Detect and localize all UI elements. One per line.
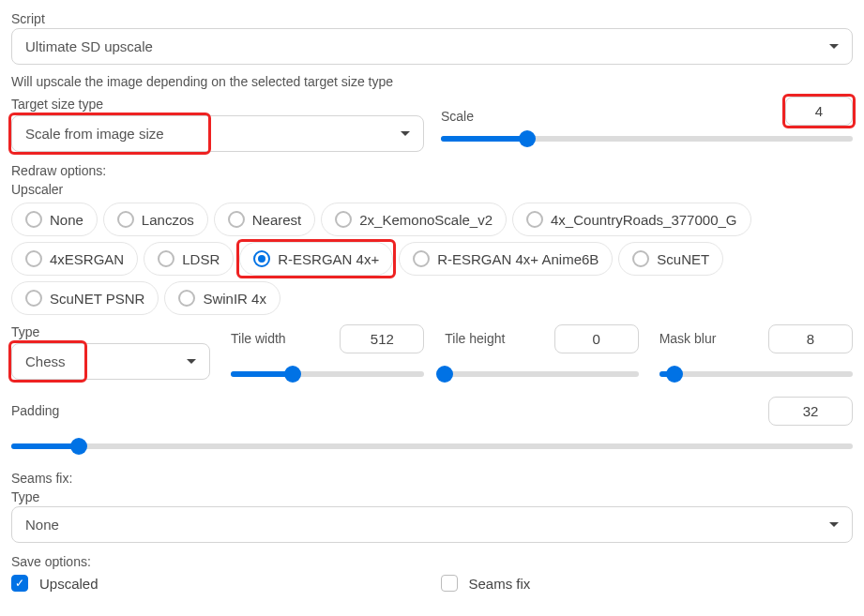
padding-label: Padding <box>11 403 59 418</box>
upscaler-option-label: R-ESRGAN 4x+ Anime6B <box>437 251 599 267</box>
upscaler-option-label: 4x_CountryRoads_377000_G <box>551 212 736 228</box>
radio-icon <box>632 250 649 267</box>
upscaler-radio-group: NoneLanczosNearest2x_KemonoScale_v24x_Co… <box>11 203 853 315</box>
upscaler-option-label: ScuNET <box>657 251 709 267</box>
tile-height-slider[interactable] <box>445 371 638 377</box>
upscaler-option-label: Lanczos <box>142 212 194 228</box>
upscaler-option[interactable]: Nearest <box>214 203 316 236</box>
upscaler-option[interactable]: R-ESRGAN 4x+ <box>239 242 393 276</box>
check-icon: ✓ <box>11 575 28 592</box>
radio-icon <box>25 290 42 307</box>
target-type-select[interactable]: Scale from image size <box>11 115 424 152</box>
upscaler-option[interactable]: ScuNET PSNR <box>11 281 159 315</box>
upscaler-option-label: SwinIR 4x <box>203 291 266 307</box>
save-options-label: Save options: <box>11 554 853 569</box>
upscaler-option[interactable]: Lanczos <box>103 203 208 236</box>
redraw-options-label: Redraw options: <box>11 163 853 178</box>
radio-icon <box>335 211 352 228</box>
seams-fix-label: Seams fix: <box>11 471 853 486</box>
tile-height-label: Tile height <box>445 331 505 346</box>
seams-fix-checkbox[interactable]: Seams fix <box>441 575 531 592</box>
radio-icon <box>25 211 42 228</box>
chevron-down-icon <box>829 44 839 49</box>
check-icon <box>441 575 458 592</box>
upscaler-option[interactable]: 4x_CountryRoads_377000_G <box>512 203 750 236</box>
padding-input[interactable] <box>768 397 853 426</box>
radio-icon <box>25 250 42 267</box>
upscaler-label: Upscaler <box>11 182 853 197</box>
type-label: Type <box>11 324 210 339</box>
tile-width-label: Tile width <box>231 331 286 346</box>
seams-type-value: None <box>25 517 59 533</box>
chevron-down-icon <box>829 522 839 527</box>
type-value: Chess <box>25 353 66 369</box>
upscaler-option-label: LDSR <box>182 251 220 267</box>
upscaled-checkbox-label: Upscaled <box>39 576 99 592</box>
upscaler-option[interactable]: None <box>11 203 98 236</box>
type-select[interactable]: Chess <box>11 343 210 380</box>
target-type-value: Scale from image size <box>25 126 164 142</box>
scale-input[interactable] <box>785 97 853 126</box>
upscaler-option[interactable]: SwinIR 4x <box>164 281 280 315</box>
upscaler-option[interactable]: ScuNET <box>618 242 723 276</box>
upscaler-option-label: 4xESRGAN <box>50 251 124 267</box>
chevron-down-icon <box>187 359 196 364</box>
mask-blur-label: Mask blur <box>659 331 717 346</box>
script-select-value: Ultimate SD upscale <box>25 38 153 54</box>
tile-height-input[interactable] <box>554 324 639 353</box>
radio-icon <box>117 211 134 228</box>
upscaler-option[interactable]: LDSR <box>144 242 234 276</box>
target-type-label: Target size type <box>11 97 424 112</box>
seams-type-label: Type <box>11 489 853 504</box>
scale-slider[interactable] <box>441 136 853 142</box>
seams-type-select[interactable]: None <box>11 506 853 543</box>
upscaler-option-label: Nearest <box>252 212 302 228</box>
upscaled-checkbox[interactable]: ✓ Upscaled <box>11 575 99 592</box>
scale-label: Scale <box>441 109 474 124</box>
upscaler-option-label: ScuNET PSNR <box>50 291 144 307</box>
mask-blur-slider[interactable] <box>659 371 853 377</box>
radio-icon <box>413 250 430 267</box>
chevron-down-icon <box>401 131 410 136</box>
radio-icon <box>526 211 543 228</box>
script-select[interactable]: Ultimate SD upscale <box>11 28 853 65</box>
upscaler-option-label: R-ESRGAN 4x+ <box>278 251 379 267</box>
upscaler-option[interactable]: 4xESRGAN <box>11 242 138 276</box>
tile-width-input[interactable] <box>340 324 424 353</box>
radio-icon <box>158 250 174 267</box>
upscaler-option-label: 2x_KemonoScale_v2 <box>359 212 493 228</box>
upscaler-option-label: None <box>50 212 83 228</box>
upscale-description: Will upscale the image depending on the … <box>11 74 853 89</box>
seams-fix-checkbox-label: Seams fix <box>469 576 531 592</box>
upscaler-option[interactable]: R-ESRGAN 4x+ Anime6B <box>399 242 613 276</box>
script-label: Script <box>11 11 853 26</box>
radio-icon <box>178 290 195 307</box>
upscaler-option[interactable]: 2x_KemonoScale_v2 <box>321 203 507 236</box>
radio-icon <box>253 250 270 267</box>
radio-icon <box>228 211 245 228</box>
tile-width-slider[interactable] <box>231 371 424 377</box>
mask-blur-input[interactable] <box>768 324 853 353</box>
padding-slider[interactable] <box>11 443 853 449</box>
